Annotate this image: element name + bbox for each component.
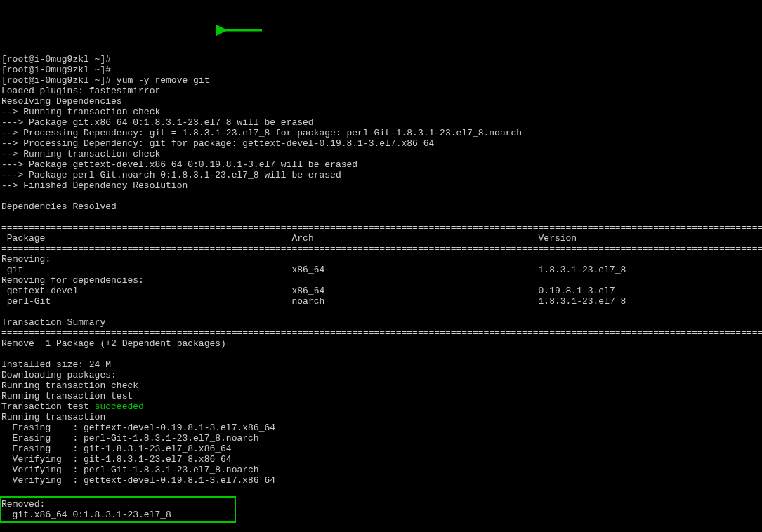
output-line: ---> Package gettext-devel.x86_64 0:0.19… <box>1 159 357 170</box>
pkg-arch: x86_64 <box>291 286 324 296</box>
pkg-name: gettext-devel <box>1 286 78 296</box>
pkg-name: perl-Git <box>1 296 51 307</box>
output-line: Installed size: 24 M <box>1 359 111 370</box>
output-line: Verifying : perl-Git-1.8.3.1-23.el7_8.no… <box>1 465 259 475</box>
removed-pkg: git.x86_64 0:1.8.3.1-23.el7_8 <box>1 510 171 520</box>
output-line: --> Processing Dependency: git for packa… <box>1 138 434 149</box>
pkg-version: 0.19.8.1-3.el7 <box>539 286 615 296</box>
table-header-version: Version <box>539 233 577 244</box>
output-line: Running transaction <box>1 412 105 423</box>
section-header: Removing for dependencies: <box>1 275 144 286</box>
output-line: --> Processing Dependency: git = 1.8.3.1… <box>1 128 522 138</box>
pkg-version: 1.8.3.1-23.el7_8 <box>539 265 626 275</box>
output-line: Verifying : git-1.8.3.1-23.el7_8.x86_64 <box>1 454 232 465</box>
removed-highlight-box: Removed: git.x86_64 0:1.8.3.1-23.el7_8 <box>0 496 236 523</box>
output-line: Resolving Dependencies <box>1 96 122 107</box>
succeeded-text: succeeded <box>95 401 144 412</box>
table-header-arch: Arch <box>291 233 313 244</box>
terminal-output: [root@i-0mug9zkl ~]# [root@i-0mug9zkl ~]… <box>1 54 761 532</box>
rule-line: ========================================… <box>1 244 762 254</box>
output-line: Erasing : git-1.8.3.1-23.el7_8.x86_64 <box>1 444 232 454</box>
rule-line: ========================================… <box>1 328 762 338</box>
prompt: [root@i-0mug9zkl ~]# <box>1 65 117 75</box>
output-line: Running transaction test <box>1 391 133 401</box>
output-line: Dependencies Resolved <box>1 201 117 212</box>
pkg-version: 1.8.3.1-23.el7_8 <box>539 296 626 307</box>
output-line: Verifying : gettext-devel-0.19.8.1-3.el7… <box>1 475 275 486</box>
arrow-annotation-icon <box>216 23 265 37</box>
pkg-arch: noarch <box>291 296 324 307</box>
output-line: --> Running transaction check <box>1 149 160 159</box>
table-header-package: Package <box>1 233 45 244</box>
section-header: Removing: <box>1 254 51 265</box>
removed-header: Removed: <box>1 499 45 510</box>
output-line: --> Finished Dependency Resolution <box>1 180 188 191</box>
output-line: Loaded plugins: fastestmirror <box>1 86 160 96</box>
pkg-name: git <box>1 265 23 275</box>
rule-line: ========================================… <box>1 222 762 233</box>
output-line: ---> Package git.x86_64 0:1.8.3.1-23.el7… <box>1 117 314 128</box>
output-line: ---> Package perl-Git.noarch 0:1.8.3.1-2… <box>1 170 341 180</box>
output-line: Transaction test <box>1 401 95 412</box>
output-line: --> Running transaction check <box>1 107 160 117</box>
command-text: yum -y remove git <box>117 75 210 86</box>
prompt: [root@i-0mug9zkl ~]# <box>1 75 117 86</box>
output-line: Remove 1 Package (+2 Dependent packages) <box>1 338 226 349</box>
section-header: Transaction Summary <box>1 317 105 328</box>
output-line: Running transaction check <box>1 380 138 391</box>
output-line: Erasing : perl-Git-1.8.3.1-23.el7_8.noar… <box>1 433 259 444</box>
output-line: Downloading packages: <box>1 370 117 380</box>
output-line: Erasing : gettext-devel-0.19.8.1-3.el7.x… <box>1 423 275 433</box>
pkg-arch: x86_64 <box>291 265 324 275</box>
prompt: [root@i-0mug9zkl ~]# <box>1 54 117 65</box>
